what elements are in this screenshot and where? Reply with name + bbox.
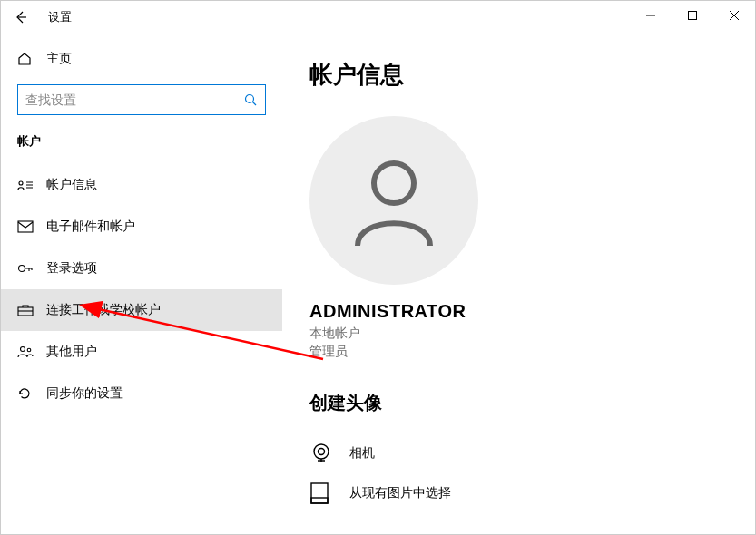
svg-point-4 [19, 266, 25, 272]
search-icon [243, 92, 258, 107]
sidebar-item-label: 电子邮件和帐户 [46, 219, 135, 235]
arrow-left-icon [14, 10, 28, 24]
sidebar-item-label: 帐户信息 [46, 177, 97, 193]
sidebar-item-account-info[interactable]: 帐户信息 [1, 164, 282, 206]
svg-point-7 [27, 348, 31, 352]
svg-point-8 [374, 163, 414, 203]
sidebar-item-signin-options[interactable]: 登录选项 [1, 248, 282, 289]
account-type: 本地帐户 [309, 326, 755, 342]
minimize-button[interactable] [630, 1, 672, 30]
back-button[interactable] [1, 1, 41, 34]
svg-point-6 [21, 347, 25, 352]
sidebar-item-label: 其他用户 [46, 344, 97, 360]
sidebar-section-label: 帐户 [1, 126, 282, 164]
sidebar-item-label: 同步你的设置 [46, 385, 123, 402]
person-icon [344, 151, 444, 250]
svg-rect-3 [18, 221, 33, 232]
avatar [309, 116, 478, 285]
sidebar-item-work-school[interactable]: 连接工作或学校帐户 [1, 289, 282, 331]
option-camera[interactable]: 相机 [309, 433, 755, 473]
option-browse-picture[interactable]: 从现有图片中选择 [309, 473, 755, 513]
sidebar: 主页 帐户 帐户信息 电子邮件和帐户 [1, 34, 282, 534]
svg-point-1 [246, 95, 254, 103]
key-icon [17, 262, 34, 275]
picture-icon [309, 482, 329, 505]
people-icon [17, 345, 34, 358]
window-controls [630, 1, 755, 30]
svg-point-10 [319, 449, 325, 455]
camera-icon [309, 442, 333, 465]
home-label: 主页 [46, 51, 72, 67]
option-label: 从现有图片中选择 [349, 485, 451, 501]
page-title: 帐户信息 [309, 59, 755, 91]
create-avatar-heading: 创建头像 [309, 391, 755, 415]
option-label: 相机 [349, 445, 375, 462]
window-title: 设置 [48, 9, 72, 25]
svg-rect-12 [311, 498, 328, 503]
svg-point-9 [314, 444, 329, 459]
sidebar-item-email-accounts[interactable]: 电子邮件和帐户 [1, 206, 282, 248]
sidebar-item-sync[interactable]: 同步你的设置 [1, 373, 282, 414]
svg-rect-0 [689, 12, 697, 20]
sidebar-item-other-users[interactable]: 其他用户 [1, 331, 282, 373]
search-box[interactable] [17, 84, 266, 115]
close-button[interactable] [713, 1, 755, 30]
search-input[interactable] [25, 92, 243, 107]
username: ADMINISTRATOR [309, 301, 755, 322]
sidebar-item-label: 登录选项 [46, 260, 97, 277]
close-icon [730, 11, 739, 20]
briefcase-icon [17, 304, 34, 316]
sidebar-item-label: 连接工作或学校帐户 [46, 302, 161, 318]
minimize-icon [646, 11, 655, 20]
mail-icon [17, 220, 34, 233]
svg-rect-11 [311, 483, 328, 503]
home-icon [17, 52, 32, 66]
account-role: 管理员 [309, 344, 755, 360]
main-content: 帐户信息 ADMINISTRATOR 本地帐户 管理员 创建头像 相机 从现有图… [282, 34, 755, 534]
sync-icon [17, 386, 32, 401]
search-container [1, 77, 282, 126]
id-card-icon [17, 179, 34, 191]
nav-list: 帐户信息 电子邮件和帐户 登录选项 连接工作或学校帐户 [1, 164, 282, 414]
maximize-icon [688, 11, 697, 20]
home-nav[interactable]: 主页 [1, 41, 282, 77]
titlebar: 设置 [1, 1, 755, 34]
maximize-button[interactable] [672, 1, 713, 30]
svg-point-2 [19, 181, 23, 185]
